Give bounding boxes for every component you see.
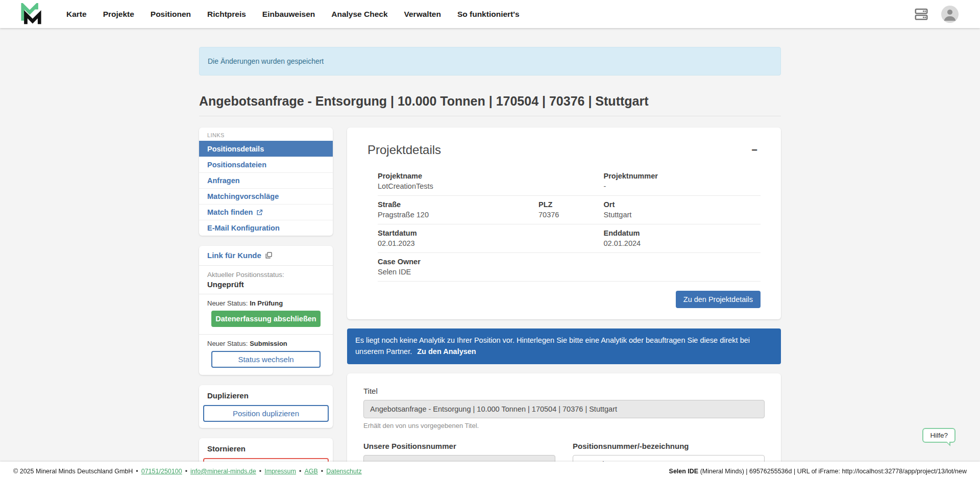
- field-projektname: Projektname LotCreationTests: [378, 172, 604, 190]
- finish-data-entry-button[interactable]: Datenerfassung abschließen: [211, 311, 321, 327]
- page-title: Angebotsanfrage - Entsorgung | 10.000 To…: [199, 94, 781, 116]
- help-button[interactable]: Hilfe?: [922, 428, 955, 443]
- footer-phone-link[interactable]: 07151/250100: [141, 468, 182, 475]
- links-card: LINKS Positionsdetails Positionsdateien …: [199, 128, 333, 236]
- titel-input: [363, 400, 765, 418]
- position-form-card: Titel Erhält den von uns vorgegebenen Ti…: [347, 373, 781, 462]
- field-label: Case Owner: [378, 258, 761, 266]
- analytics-banner: Es liegt noch keine Analytik zu Ihrer Po…: [347, 328, 781, 364]
- footer-agb-link[interactable]: AGB: [304, 468, 317, 475]
- nav-item-projekte[interactable]: Projekte: [103, 10, 134, 19]
- field-strasse: Straße Pragstraße 120: [378, 200, 538, 219]
- position-number-input[interactable]: [573, 455, 765, 462]
- field-value: 02.01.2023: [378, 239, 604, 247]
- our-number-field-group: Unsere Positionsnummer Erhält eine syste…: [363, 442, 555, 462]
- footer-separator: •: [259, 468, 261, 475]
- new-status-value: In Prüfung: [250, 299, 283, 307]
- position-number-field-group: Positionsnummer/-bezeichnung Z.B. Intern…: [573, 442, 765, 462]
- position-number-label: Positionsnummer/-bezeichnung: [573, 442, 765, 450]
- switch-status-button[interactable]: Status wechseln: [211, 351, 321, 368]
- project-row-owner: Case Owner Selen IDE: [378, 253, 761, 282]
- field-value: LotCreationTests: [378, 182, 604, 190]
- sidebar-item-label: Anfragen: [207, 176, 240, 185]
- links-card-header: LINKS: [199, 128, 333, 141]
- field-label: Projektname: [378, 172, 604, 180]
- sidebar-item-label: Positionsdateien: [207, 161, 266, 169]
- success-alert: Die Änderungen wurden gespeichert: [199, 47, 781, 75]
- nav-item-einbauweisen[interactable]: Einbauweisen: [262, 10, 315, 19]
- top-navbar: Karte Projekte Positionen Richtpreis Ein…: [0, 0, 980, 28]
- footer: © 2025 Mineral Minds Deutschland GmbH • …: [0, 462, 980, 481]
- field-enddatum: Enddatum 02.01.2024: [604, 229, 761, 247]
- field-label: Ort: [604, 200, 761, 209]
- sidebar-item-label: Matchingvorschläge: [207, 192, 279, 200]
- cancel-card: Stornieren Stornieren▼: [199, 438, 333, 462]
- mineral-minds-logo-icon[interactable]: [19, 3, 43, 26]
- cancel-heading: Stornieren: [203, 444, 329, 455]
- server-dns-icon[interactable]: [914, 7, 929, 22]
- footer-datenschutz-link[interactable]: Datenschutz: [326, 468, 361, 475]
- main-nav: Karte Projekte Positionen Richtpreis Ein…: [66, 10, 520, 19]
- customer-link-label: Link für Kunde: [207, 251, 261, 260]
- main-content-area: Die Änderungen wurden gespeichert Angebo…: [0, 28, 980, 462]
- field-startdatum: Startdatum 02.01.2023: [378, 229, 604, 247]
- sidebar-item-match-finden[interactable]: Match finden: [199, 204, 333, 220]
- nav-item-karte[interactable]: Karte: [66, 10, 87, 19]
- our-number-label: Unsere Positionsnummer: [363, 442, 555, 450]
- duplicate-card: Duplizieren Position duplizieren: [199, 385, 333, 428]
- external-link-icon: [256, 209, 263, 216]
- field-case-owner: Case Owner Selen IDE: [378, 258, 761, 276]
- footer-user-name: Selen IDE: [669, 468, 699, 475]
- field-value: Pragstraße 120: [378, 211, 538, 219]
- footer-separator: •: [185, 468, 187, 475]
- new-status-value: Submission: [250, 340, 287, 347]
- titel-helper: Erhält den von uns vorgegebenen Titel.: [363, 422, 765, 429]
- nav-item-analyse-check[interactable]: Analyse Check: [331, 10, 387, 19]
- footer-email-link[interactable]: info@mineral-minds.de: [190, 468, 256, 475]
- new-status-label: Neuer Status:: [207, 299, 248, 307]
- footer-session-info: Selen IDE (Mineral Minds) | 69576255536d…: [669, 468, 967, 475]
- footer-left: © 2025 Mineral Minds Deutschland GmbH • …: [13, 468, 362, 475]
- field-label: PLZ: [538, 200, 604, 209]
- sidebar-item-positionsdateien[interactable]: Positionsdateien: [199, 157, 333, 172]
- field-label: Projektnummer: [604, 172, 761, 180]
- cancel-dropdown-button[interactable]: Stornieren▼: [203, 458, 329, 462]
- collapse-minus-icon[interactable]: −: [748, 145, 761, 155]
- customer-link[interactable]: Link für Kunde: [207, 251, 273, 260]
- user-avatar-icon[interactable]: [941, 6, 959, 23]
- footer-separator: •: [321, 468, 323, 475]
- sidebar-item-positionsdetails[interactable]: Positionsdetails: [199, 141, 333, 157]
- footer-impressum-link[interactable]: Impressum: [264, 468, 296, 475]
- sidebar-item-label: E-Mail Konfiguration: [207, 224, 280, 232]
- field-plz: PLZ 70376: [538, 200, 604, 219]
- sidebar-item-email-konfiguration[interactable]: E-Mail Konfiguration: [199, 220, 333, 236]
- field-value: 02.01.2024: [604, 239, 761, 247]
- field-value: Stuttgart: [604, 211, 761, 219]
- status-card: Link für Kunde Aktueller Positionsstatus…: [199, 246, 333, 375]
- sidebar-item-anfragen[interactable]: Anfragen: [199, 172, 333, 188]
- nav-item-positionen[interactable]: Positionen: [151, 10, 191, 19]
- titel-label: Titel: [363, 387, 765, 395]
- sidebar-item-label: Positionsdetails: [207, 145, 264, 153]
- navbar-right: [914, 6, 965, 23]
- analytics-banner-text: Es liegt noch keine Analytik zu Ihrer Po…: [355, 336, 750, 356]
- nav-item-verwalten[interactable]: Verwalten: [404, 10, 441, 19]
- field-value: -: [604, 182, 761, 190]
- new-status-line-2: Neuer Status: Submission: [207, 340, 325, 347]
- field-label: Startdatum: [378, 229, 604, 237]
- main-column: Projektdetails − Projektname LotCreation…: [347, 128, 781, 462]
- footer-separator: •: [136, 468, 138, 475]
- sidebar-item-matchingvorschlaege[interactable]: Matchingvorschläge: [199, 188, 333, 204]
- duplicate-position-button[interactable]: Position duplizieren: [203, 405, 329, 422]
- field-ort: Ort Stuttgart: [604, 200, 761, 219]
- our-number-input: [363, 455, 555, 462]
- project-row-name-number: Projektname LotCreationTests Projektnumm…: [378, 167, 761, 196]
- field-label: Enddatum: [604, 229, 761, 237]
- project-row-dates: Startdatum 02.01.2023 Enddatum 02.01.202…: [378, 224, 761, 253]
- footer-session-details: (Mineral Minds) | 69576255536d | URL of …: [698, 468, 967, 475]
- nav-item-so-funktionierts[interactable]: So funktioniert's: [457, 10, 520, 19]
- current-status-label: Aktueller Positionsstatus:: [207, 271, 325, 279]
- nav-item-richtpreis[interactable]: Richtpreis: [207, 10, 246, 19]
- go-to-project-details-button[interactable]: Zu den Projektdetails: [676, 291, 761, 308]
- go-to-analyses-link[interactable]: Zu den Analysen: [417, 347, 476, 356]
